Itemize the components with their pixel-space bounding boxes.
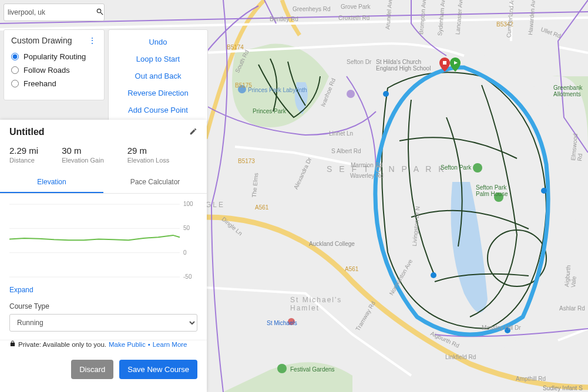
drawing-title: Custom Drawing bbox=[11, 36, 72, 45]
save-button[interactable]: Save New Course bbox=[119, 360, 197, 379]
svg-point-6 bbox=[505, 327, 510, 333]
svg-point-9 bbox=[288, 318, 295, 325]
course-type-label: Course Type bbox=[0, 302, 207, 314]
search-input[interactable] bbox=[8, 8, 96, 16]
actions-panel: Undo Loop to Start Out and Back Reverse … bbox=[108, 29, 208, 123]
tabs: Elevation Pace Calculator bbox=[0, 172, 207, 194]
svg-text:100: 100 bbox=[183, 201, 193, 207]
action-out-and-back[interactable]: Out and Back bbox=[109, 67, 207, 85]
app-viewport: S E F T O N P A R K Princes Park Princes… bbox=[0, 0, 588, 392]
course-sidebar: Untitled 2.29 mi Distance 30 m Elevation… bbox=[0, 120, 207, 392]
svg-point-10 bbox=[277, 364, 287, 373]
learn-more-link[interactable]: Learn More bbox=[153, 341, 187, 348]
action-reverse[interactable]: Reverse Direction bbox=[109, 85, 207, 102]
svg-text:50: 50 bbox=[183, 225, 190, 231]
make-public-link[interactable]: Make Public bbox=[109, 341, 146, 348]
action-undo[interactable]: Undo bbox=[109, 33, 207, 50]
tab-pace[interactable]: Pace Calculator bbox=[103, 172, 207, 193]
lock-icon bbox=[9, 340, 16, 348]
course-title: Untitled bbox=[9, 127, 45, 137]
search-icon[interactable] bbox=[96, 8, 104, 18]
discard-button[interactable]: Discard bbox=[71, 360, 113, 379]
svg-text:0: 0 bbox=[183, 249, 187, 256]
drawing-panel: Custom Drawing ⋮ Popularity Routing Foll… bbox=[4, 29, 105, 100]
radio-follow-roads[interactable]: Follow Roads bbox=[11, 66, 97, 75]
privacy-row: Private: Available only to you. Make Pub… bbox=[0, 340, 207, 355]
action-add-course-point[interactable]: Add Course Point bbox=[109, 102, 207, 119]
svg-rect-13 bbox=[443, 61, 446, 65]
svg-point-12 bbox=[494, 192, 503, 202]
svg-point-8 bbox=[347, 90, 355, 98]
action-loop[interactable]: Loop to Start bbox=[109, 50, 207, 67]
stats-row: 2.29 mi Distance 30 m Elevation Gain 29 … bbox=[0, 143, 207, 172]
drawing-menu-icon[interactable]: ⋮ bbox=[88, 36, 97, 45]
tab-elevation[interactable]: Elevation bbox=[0, 172, 103, 193]
svg-point-7 bbox=[238, 85, 246, 93]
svg-point-11 bbox=[473, 163, 482, 173]
svg-point-5 bbox=[541, 188, 547, 194]
stat-elev-loss: 29 m Elevation Loss bbox=[127, 146, 170, 164]
stat-elev-gain: 30 m Elevation Gain bbox=[62, 146, 104, 164]
radio-freehand[interactable]: Freehand bbox=[11, 79, 97, 88]
search-box[interactable] bbox=[4, 4, 105, 21]
svg-point-4 bbox=[431, 272, 436, 278]
svg-point-3 bbox=[383, 91, 389, 97]
radio-popularity[interactable]: Popularity Routing bbox=[11, 52, 97, 61]
route-end-marker bbox=[439, 58, 450, 72]
svg-text:-50: -50 bbox=[183, 273, 192, 280]
course-type-select[interactable]: Running bbox=[9, 314, 197, 332]
edit-title-icon[interactable] bbox=[189, 127, 197, 137]
route-start-marker bbox=[450, 58, 461, 72]
elevation-chart: 100500-50 bbox=[0, 194, 207, 286]
expand-link[interactable]: Expand bbox=[9, 286, 33, 294]
stat-distance: 2.29 mi Distance bbox=[9, 146, 38, 164]
